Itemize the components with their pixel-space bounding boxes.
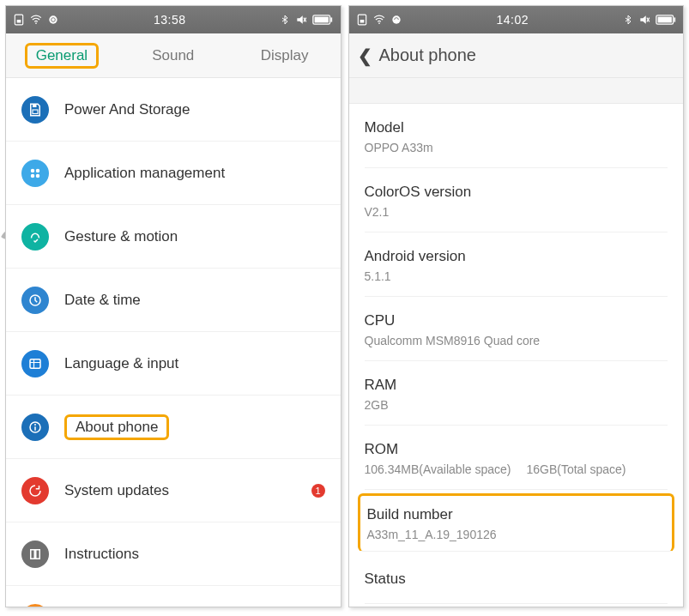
svg-rect-24 xyxy=(360,20,364,23)
info-value: V2.1 xyxy=(365,205,390,219)
svg-point-12 xyxy=(36,168,40,172)
svg-point-18 xyxy=(34,424,36,426)
wifi-icon xyxy=(373,14,385,26)
tab-general[interactable]: General xyxy=(6,33,118,77)
svg-rect-7 xyxy=(315,17,329,23)
svg-rect-10 xyxy=(33,110,38,114)
list-item-label: Gesture & motion xyxy=(64,228,178,245)
list-item-label: System updates xyxy=(64,482,169,499)
apps-icon xyxy=(21,160,49,187)
clock-icon xyxy=(21,287,49,314)
svg-point-26 xyxy=(392,15,400,23)
list-item[interactable]: Gesture & motion xyxy=(6,205,341,269)
info-key: Status xyxy=(365,571,668,588)
list-item[interactable]: More xyxy=(6,586,341,607)
status-bar: 14:02 xyxy=(349,6,684,33)
gesture-icon xyxy=(21,223,49,251)
separator xyxy=(349,78,684,104)
info-key: CPU xyxy=(365,312,668,329)
battery-icon xyxy=(656,15,676,25)
list-item[interactable]: Application management xyxy=(6,142,341,205)
notification-badge: 1 xyxy=(311,484,325,498)
info-item[interactable]: RAM2GB xyxy=(365,361,668,426)
page-title: About phone xyxy=(379,45,476,65)
svg-rect-9 xyxy=(33,104,37,107)
info-key: RAM xyxy=(365,377,668,394)
info-item[interactable]: Android version5.1.1 xyxy=(365,233,668,297)
back-icon[interactable]: ❮ xyxy=(358,45,372,66)
svg-rect-8 xyxy=(331,17,333,21)
info-value-secondary: 16GB(Total space) xyxy=(526,462,626,476)
list-item[interactable]: About phone xyxy=(6,396,341,459)
svg-rect-31 xyxy=(674,17,675,21)
svg-point-25 xyxy=(378,22,380,24)
tab-display[interactable]: Display xyxy=(229,33,341,77)
titlebar: ❮ About phone xyxy=(349,33,684,78)
info-value: 5.1.1 xyxy=(365,269,391,283)
mute-icon xyxy=(638,14,650,26)
info-value: A33m_11_A.19_190126 xyxy=(367,528,497,541)
svg-point-2 xyxy=(35,22,37,24)
phone-right: 14:02 ❮ About phone ModelOPPO A33mColorO… xyxy=(348,5,685,607)
bluetooth-icon xyxy=(623,14,633,26)
list-item-label: Date & time xyxy=(64,292,141,309)
list-item[interactable]: Date & time xyxy=(6,269,341,332)
info-item[interactable]: CPUQualcomm MSM8916 Quad core xyxy=(365,297,668,361)
info-value: Qualcomm MSM8916 Quad core xyxy=(365,334,541,347)
svg-point-13 xyxy=(31,173,35,178)
phone-left: 13:58 General Sound Display Power And St… xyxy=(5,5,341,607)
list-item-label: About phone xyxy=(64,414,169,440)
list-item-label: Power And Storage xyxy=(64,101,190,118)
tab-sound[interactable]: Sound xyxy=(118,33,229,77)
mute-icon xyxy=(295,14,307,26)
info-item[interactable]: ModelOPPO A33m xyxy=(365,104,668,168)
svg-rect-30 xyxy=(658,17,672,23)
lang-icon xyxy=(21,350,49,377)
settings-list: Power And StorageApplication managementG… xyxy=(6,78,341,607)
info-key: Android version xyxy=(365,248,668,265)
status-time: 14:02 xyxy=(496,13,529,27)
info-item[interactable]: ROM106.34MB(Available space)16GB(Total s… xyxy=(365,426,668,490)
status-time: 13:58 xyxy=(154,13,186,27)
info-key: ROM xyxy=(365,441,668,458)
book-icon xyxy=(21,541,49,568)
svg-rect-16 xyxy=(30,359,40,368)
svg-point-14 xyxy=(36,173,40,178)
svg-rect-1 xyxy=(17,20,21,23)
list-item-label: Application management xyxy=(64,165,225,182)
info-value: 106.34MB(Available space) xyxy=(365,462,511,476)
info-value: OPPO A33m xyxy=(365,141,433,154)
list-item[interactable]: Instructions xyxy=(6,522,341,586)
sync-icon xyxy=(390,14,402,26)
sim-icon xyxy=(13,14,25,26)
svg-rect-19 xyxy=(34,426,36,431)
list-item[interactable]: Power And Storage xyxy=(6,78,341,142)
svg-point-11 xyxy=(31,168,35,172)
info-key: Build number xyxy=(367,506,666,523)
list-item-label: Instructions xyxy=(64,546,139,563)
sync-icon xyxy=(47,14,59,26)
tabs: General Sound Display xyxy=(6,33,341,78)
info-key: ColorOS version xyxy=(365,184,668,201)
list-item[interactable]: System updates1 xyxy=(6,459,341,522)
info-icon xyxy=(21,414,49,441)
save-icon xyxy=(21,96,49,124)
info-key: Model xyxy=(365,119,668,136)
info-value: 2GB xyxy=(365,398,389,412)
list-item-label: Language & input xyxy=(64,355,178,372)
bluetooth-icon xyxy=(280,14,290,26)
info-item[interactable]: ColorOS versionV2.1 xyxy=(365,168,668,233)
update-icon xyxy=(21,477,49,504)
sim-icon xyxy=(356,14,368,26)
status-bar: 13:58 xyxy=(6,6,341,33)
more-icon xyxy=(21,604,49,607)
svg-point-3 xyxy=(49,15,57,23)
info-item[interactable]: Status xyxy=(365,555,668,604)
about-list: ModelOPPO A33mColorOS versionV2.1Android… xyxy=(349,104,684,604)
info-item[interactable]: Build numberA33m_11_A.19_190126 xyxy=(358,493,675,552)
battery-icon xyxy=(312,15,333,25)
wifi-icon xyxy=(30,14,42,26)
list-item[interactable]: Language & input xyxy=(6,332,341,396)
